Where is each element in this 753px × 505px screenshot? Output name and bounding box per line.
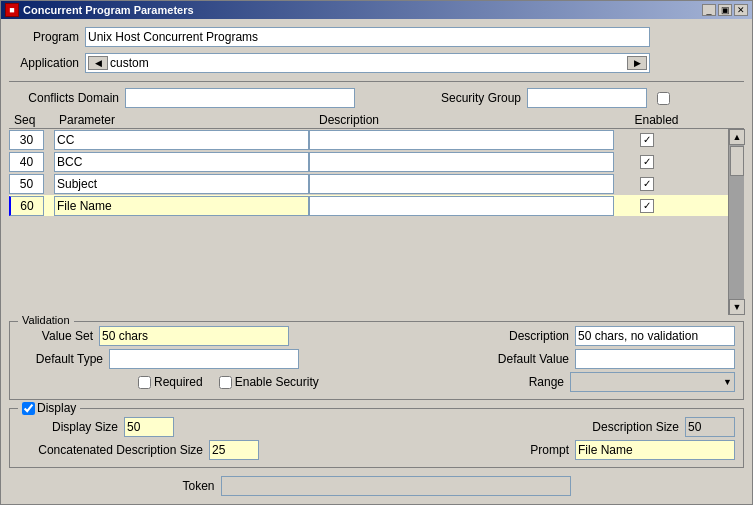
seq-input-1[interactable] <box>9 130 44 150</box>
seq-input-2[interactable] <box>9 152 44 172</box>
conflicts-security-row: Conflicts Domain Security Group <box>9 88 744 108</box>
window-title: Concurrent Program Parameters <box>23 4 194 16</box>
enabled-checkbox-3[interactable]: ✓ <box>640 177 654 191</box>
prompt-field[interactable] <box>575 440 735 460</box>
validation-title: Validation <box>18 314 74 326</box>
table-body-area: ✓ ✓ <box>9 129 744 315</box>
required-checkbox[interactable] <box>138 376 151 389</box>
validation-row-2: Default Type Default Value <box>18 349 735 369</box>
table-header: Seq Parameter Description Enabled <box>9 112 744 129</box>
range-label: Range <box>484 375 564 389</box>
desc-input-2[interactable] <box>309 152 614 172</box>
application-row: Application ◀ custom ▶ <box>9 53 744 73</box>
validation-section: Validation Value Set Description Default… <box>9 321 744 400</box>
display-section: Display Display Size Description Size Co… <box>9 408 744 468</box>
token-row: Token <box>9 476 744 496</box>
table-row: ✓ <box>9 129 728 151</box>
description-val-label: Description <box>409 329 569 343</box>
value-set-label: Value Set <box>18 329 93 343</box>
program-label: Program <box>9 30 79 44</box>
display-title: Display <box>37 401 76 415</box>
enabled-cell-4: ✓ <box>614 199 679 213</box>
default-type-label: Default Type <box>18 352 103 366</box>
enabled-cell-1: ✓ <box>614 133 679 147</box>
scroll-thumb[interactable] <box>730 146 744 176</box>
display-row-1: Display Size Description Size <box>18 417 735 437</box>
token-label: Token <box>182 479 214 493</box>
checkboxes-row: Required Enable Security <box>138 375 319 389</box>
application-picker-button[interactable]: ◀ <box>88 56 108 70</box>
application-label: Application <box>9 56 79 70</box>
param-input-4[interactable] <box>54 196 309 216</box>
conflicts-label: Conflicts Domain <box>9 91 119 105</box>
program-field[interactable] <box>85 27 650 47</box>
scroll-track <box>729 145 744 299</box>
seq-cell-3 <box>9 174 54 194</box>
seq-input-3[interactable] <box>9 174 44 194</box>
default-value-field[interactable] <box>575 349 735 369</box>
titlebar-controls: _ ▣ ✕ <box>702 4 748 16</box>
range-dropdown-arrow: ▼ <box>723 377 732 387</box>
value-set-field[interactable] <box>99 326 289 346</box>
param-input-2[interactable] <box>54 152 309 172</box>
window-icon: ■ <box>5 3 19 17</box>
desc-input-1[interactable] <box>309 130 614 150</box>
default-type-field[interactable] <box>109 349 299 369</box>
token-field[interactable] <box>221 476 571 496</box>
param-input-3[interactable] <box>54 174 309 194</box>
program-row: Program <box>9 27 744 47</box>
scroll-up-button[interactable]: ▲ <box>729 129 745 145</box>
col-header-enabled: Enabled <box>624 113 689 127</box>
table-row: ✓ <box>9 173 728 195</box>
table-row: ✓ <box>9 195 728 217</box>
desc-size-field[interactable] <box>685 417 735 437</box>
window-content: Program Application ◀ custom ▶ Conflicts… <box>1 19 752 504</box>
enable-security-label: Enable Security <box>235 375 319 389</box>
close-button[interactable]: ✕ <box>734 4 748 16</box>
seq-input-4[interactable] <box>9 196 44 216</box>
desc-input-4[interactable] <box>309 196 614 216</box>
application-field-container: ◀ custom ▶ <box>85 53 650 73</box>
display-size-label: Display Size <box>18 420 118 434</box>
display-size-field[interactable] <box>124 417 174 437</box>
description-val-field[interactable] <box>575 326 735 346</box>
table-rows: ✓ ✓ <box>9 129 728 315</box>
required-check-item: Required <box>138 375 203 389</box>
restore-button[interactable]: ▣ <box>718 4 732 16</box>
concat-desc-field[interactable] <box>209 440 259 460</box>
enabled-cell-2: ✓ <box>614 155 679 169</box>
security-group-field[interactable] <box>527 88 647 108</box>
divider-1 <box>9 81 744 82</box>
required-label: Required <box>154 375 203 389</box>
security-checkbox[interactable] <box>657 92 670 105</box>
minimize-button[interactable]: _ <box>702 4 716 16</box>
enable-security-check-item: Enable Security <box>219 375 319 389</box>
prompt-label: Prompt <box>489 443 569 457</box>
default-value-label: Default Value <box>419 352 569 366</box>
col-header-parameter: Parameter <box>54 113 314 127</box>
enable-security-checkbox[interactable] <box>219 376 232 389</box>
seq-cell-2 <box>9 152 54 172</box>
display-checkbox[interactable] <box>22 402 35 415</box>
range-dropdown[interactable]: ▼ <box>570 372 735 392</box>
param-input-1[interactable] <box>54 130 309 150</box>
desc-input-3[interactable] <box>309 174 614 194</box>
col-header-seq: Seq <box>9 113 54 127</box>
application-value: custom <box>110 56 625 70</box>
desc-size-label: Description Size <box>549 420 679 434</box>
enabled-checkbox-1[interactable]: ✓ <box>640 133 654 147</box>
display-row-2: Concatenated Description Size Prompt <box>18 440 735 460</box>
enabled-checkbox-4[interactable]: ✓ <box>640 199 654 213</box>
application-clear-button[interactable]: ▶ <box>627 56 647 70</box>
seq-cell-4 <box>9 196 54 216</box>
table-scrollbar: ▲ ▼ <box>728 129 744 315</box>
conflicts-field[interactable] <box>125 88 355 108</box>
main-window: ■ Concurrent Program Parameters _ ▣ ✕ Pr… <box>0 0 753 505</box>
enabled-checkbox-2[interactable]: ✓ <box>640 155 654 169</box>
scroll-down-button[interactable]: ▼ <box>729 299 745 315</box>
display-title-container: Display <box>18 401 80 415</box>
validation-row-1: Value Set Description <box>18 326 735 346</box>
seq-cell-1 <box>9 130 54 150</box>
title-bar: ■ Concurrent Program Parameters _ ▣ ✕ <box>1 1 752 19</box>
enabled-cell-3: ✓ <box>614 177 679 191</box>
